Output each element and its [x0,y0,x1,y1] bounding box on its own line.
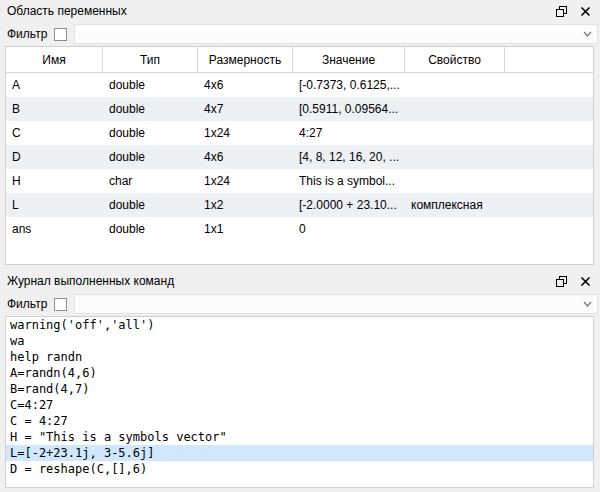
undock-icon [555,275,568,288]
history-item[interactable]: A=randn(4,6) [6,365,593,381]
filter-combobox[interactable] [74,294,598,314]
column-header-attribute[interactable]: Свойство [405,47,505,72]
cell-value: [0.5911, 0.09564... [293,102,405,116]
cell-name: ans [6,222,103,236]
undock-button[interactable] [549,1,573,21]
cell-name: D [6,150,103,164]
variables-titlebar: Область переменных [0,0,600,22]
octave-dock-area: Область переменных Фильтр [0,0,600,492]
history-filter-row: Фильтр [0,292,600,316]
cell-type: double [103,150,198,164]
variable-row-D[interactable]: D double 4x6 [4, 8, 12, 16, 20, ... [6,145,593,169]
cell-dim: 1x1 [198,222,293,236]
cell-dim: 1x2 [198,198,293,212]
history-item[interactable]: C=4:27 [6,397,593,413]
chevron-down-icon [583,31,592,37]
close-button[interactable] [573,1,597,21]
history-item[interactable]: D = reshape(C,[],6) [6,461,593,477]
close-button[interactable] [573,271,597,291]
history-item[interactable]: warning('off','all') [6,317,593,333]
history-item-selected[interactable]: L=[-2+23.1j, 3-5.6j] [6,445,593,461]
cell-dim: 1x24 [198,174,293,188]
cell-dim: 4x6 [198,78,293,92]
undock-icon [555,5,568,18]
command-history-list: warning('off','all') wa help randn A=ran… [5,316,594,488]
column-header-name[interactable]: Имя [6,47,103,72]
cell-type: double [103,78,198,92]
variable-row-B[interactable]: B double 4x7 [0.5911, 0.09564... [6,97,593,121]
chevron-down-icon [583,301,592,307]
cell-type: double [103,222,198,236]
cell-value: [4, 8, 12, 16, 20, ... [293,150,405,164]
variable-row-L[interactable]: L double 1x2 [-2.0000 + 23.10... комплек… [6,193,593,217]
history-titlebar: Журнал выполненных команд [0,270,600,292]
variables-table-body: A double 4x6 [-0.7373, 0.6125,... B doub… [6,73,593,241]
cell-value: [-0.7373, 0.6125,... [293,78,405,92]
history-panel-title: Журнал выполненных команд [7,274,549,288]
history-item[interactable]: H = "This is a symbols vector" [6,429,593,445]
column-header-type[interactable]: Тип [103,47,198,72]
variables-filter-row: Фильтр [0,22,600,46]
cell-value: [-2.0000 + 23.10... [293,198,405,212]
history-item[interactable]: B=rand(4,7) [6,381,593,397]
filter-label: Фильтр [7,27,47,41]
cell-attr: комплексная [405,198,505,212]
cell-value: 4:27 [293,126,405,140]
close-icon [580,276,591,287]
cell-name: L [6,198,103,212]
filter-checkbox[interactable] [54,28,67,41]
cell-type: double [103,126,198,140]
command-history-panel: Журнал выполненных команд Фильтр [0,270,600,492]
cell-value: 0 [293,222,405,236]
cell-name: H [6,174,103,188]
variables-panel-title: Область переменных [7,4,549,18]
history-item[interactable]: help randn [6,349,593,365]
column-header-dimension[interactable]: Размерность [198,47,293,72]
column-header-value[interactable]: Значение [293,47,405,72]
close-icon [580,6,591,17]
variable-row-ans[interactable]: ans double 1x1 0 [6,217,593,241]
undock-button[interactable] [549,271,573,291]
variable-row-C[interactable]: C double 1x24 4:27 [6,121,593,145]
cell-dim: 4x6 [198,150,293,164]
variable-row-A[interactable]: A double 4x6 [-0.7373, 0.6125,... [6,73,593,97]
history-item[interactable]: C = 4:27 [6,413,593,429]
filter-label: Фильтр [7,297,47,311]
history-item[interactable]: wa [6,333,593,349]
variables-table-header: Имя Тип Размерность Значение Свойство [6,47,593,73]
column-header-filler [505,47,593,72]
cell-type: double [103,102,198,116]
cell-dim: 1x24 [198,126,293,140]
filter-checkbox[interactable] [54,298,67,311]
variable-row-H[interactable]: H char 1x24 This is a symbol... [6,169,593,193]
cell-name: A [6,78,103,92]
cell-name: B [6,102,103,116]
cell-type: char [103,174,198,188]
filter-combobox[interactable] [74,24,598,44]
cell-value: This is a symbol... [293,174,405,188]
variables-table: Имя Тип Размерность Значение Свойство A … [5,46,594,265]
cell-dim: 4x7 [198,102,293,116]
cell-type: double [103,198,198,212]
cell-name: C [6,126,103,140]
variables-panel: Область переменных Фильтр [0,0,600,266]
